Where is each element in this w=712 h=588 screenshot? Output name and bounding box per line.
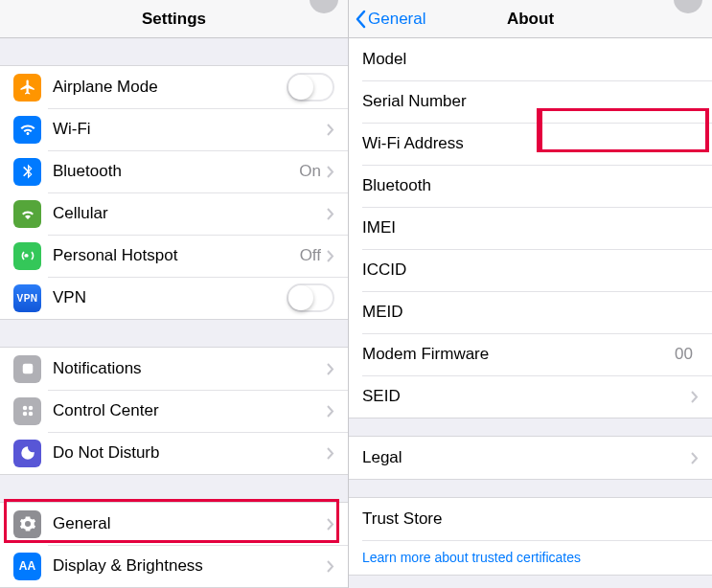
about-pane: General About Model Serial Number Wi-Fi … — [349, 0, 712, 588]
row-airplane-mode[interactable]: Airplane Mode — [0, 66, 348, 108]
display-icon: AA — [13, 553, 41, 580]
hotspot-value: Off — [300, 246, 321, 265]
row-dnd[interactable]: Do Not Disturb — [0, 432, 348, 474]
gear-icon — [13, 510, 41, 538]
chevron-right-icon — [327, 560, 334, 573]
wifiaddr-label: Wi-Fi Address — [362, 134, 464, 153]
about-title: About — [507, 10, 554, 29]
settings-pane: Settings Airplane Mode Wi-Fi Bluetooth — [0, 0, 349, 588]
hotspot-icon — [13, 242, 41, 270]
bluetooth-icon — [13, 158, 41, 186]
row-trusted-certs-link[interactable]: Learn more about trusted certificates — [349, 540, 712, 575]
dnd-label: Do Not Disturb — [53, 443, 159, 463]
about-group-trust: Trust Store Learn more about trusted cer… — [349, 497, 712, 576]
row-seid[interactable]: SEID — [349, 375, 712, 418]
dot-icon — [674, 0, 702, 13]
dot-icon — [310, 0, 338, 13]
cellular-icon — [13, 200, 41, 228]
cellular-label: Cellular — [53, 204, 108, 223]
modem-label: Modem Firmware — [362, 345, 489, 364]
row-trust-store[interactable]: Trust Store — [349, 498, 712, 540]
svg-point-1 — [22, 406, 27, 411]
svg-point-2 — [28, 406, 33, 411]
serial-label: Serial Number — [362, 92, 467, 111]
row-hotspot[interactable]: Personal Hotspot Off — [0, 235, 348, 277]
chevron-right-icon — [327, 363, 334, 375]
chevron-right-icon — [327, 405, 334, 418]
row-iccid[interactable]: ICCID — [349, 249, 712, 291]
row-modem-firmware[interactable]: Modem Firmware 00 — [349, 333, 712, 375]
row-model[interactable]: Model — [349, 38, 712, 80]
chevron-right-icon — [327, 166, 334, 178]
row-wifi-address[interactable]: Wi-Fi Address — [349, 123, 712, 165]
back-button[interactable]: General — [355, 0, 425, 38]
row-wifi[interactable]: Wi-Fi — [0, 108, 348, 150]
settings-group-network: Airplane Mode Wi-Fi Bluetooth On — [0, 65, 348, 320]
wifi-icon — [13, 116, 41, 144]
imei-label: IMEI — [362, 218, 396, 237]
settings-navbar: Settings — [0, 0, 348, 38]
chevron-right-icon — [327, 208, 334, 220]
about-group-legal: Legal — [349, 436, 712, 480]
row-serial[interactable]: Serial Number — [349, 80, 712, 123]
iccid-label: ICCID — [362, 260, 406, 280]
chevron-right-icon — [691, 452, 699, 464]
wifi-label: Wi-Fi — [53, 120, 91, 139]
chevron-right-icon — [327, 447, 334, 460]
row-bluetooth-addr[interactable]: Bluetooth — [349, 165, 712, 207]
row-imei[interactable]: IMEI — [349, 207, 712, 249]
settings-group-controls: Notifications Control Center Do Not Dist… — [0, 347, 348, 475]
notifications-label: Notifications — [53, 359, 142, 378]
settings-group-general: General AA Display & Brightness — [0, 502, 348, 588]
control-center-icon — [13, 397, 41, 425]
about-group-main: Model Serial Number Wi-Fi Address Blueto… — [349, 38, 712, 418]
vpn-toggle[interactable] — [287, 283, 334, 312]
svg-point-4 — [28, 412, 33, 417]
bluetooth-label: Bluetooth — [53, 162, 122, 181]
trust-label: Trust Store — [362, 509, 442, 529]
chevron-right-icon — [691, 391, 699, 403]
row-vpn[interactable]: VPN VPN — [0, 277, 348, 319]
meid-label: MEID — [362, 303, 403, 322]
row-bluetooth[interactable]: Bluetooth On — [0, 150, 348, 192]
notifications-icon — [13, 355, 41, 383]
chevron-right-icon — [327, 518, 334, 531]
general-label: General — [53, 514, 110, 533]
row-control-center[interactable]: Control Center — [0, 390, 348, 432]
row-display-brightness[interactable]: AA Display & Brightness — [0, 545, 348, 587]
display-label: Display & Brightness — [53, 556, 203, 576]
svg-rect-0 — [22, 364, 33, 374]
control-center-label: Control Center — [53, 401, 159, 420]
seid-label: SEID — [362, 387, 401, 406]
row-legal[interactable]: Legal — [349, 437, 712, 479]
svg-point-3 — [22, 412, 27, 417]
modem-value: 00 — [675, 345, 693, 364]
model-label: Model — [362, 50, 406, 69]
moon-icon — [13, 440, 41, 467]
trusted-certs-link[interactable]: Learn more about trusted certificates — [362, 550, 581, 565]
airplane-icon — [13, 74, 41, 102]
airplane-toggle[interactable] — [287, 73, 334, 102]
about-navbar: General About — [349, 0, 712, 38]
chevron-right-icon — [327, 250, 334, 262]
row-cellular[interactable]: Cellular — [0, 192, 348, 235]
settings-title: Settings — [142, 10, 206, 29]
airplane-label: Airplane Mode — [53, 78, 158, 97]
bluetooth-value: On — [299, 162, 321, 181]
vpn-label: VPN — [53, 288, 86, 307]
hotspot-label: Personal Hotspot — [53, 246, 177, 265]
vpn-icon: VPN — [13, 284, 41, 312]
chevron-right-icon — [327, 124, 334, 136]
back-label: General — [368, 10, 425, 29]
row-meid[interactable]: MEID — [349, 291, 712, 333]
row-notifications[interactable]: Notifications — [0, 348, 348, 390]
bt-label: Bluetooth — [362, 176, 431, 195]
row-general[interactable]: General — [0, 503, 348, 545]
legal-label: Legal — [362, 448, 402, 467]
